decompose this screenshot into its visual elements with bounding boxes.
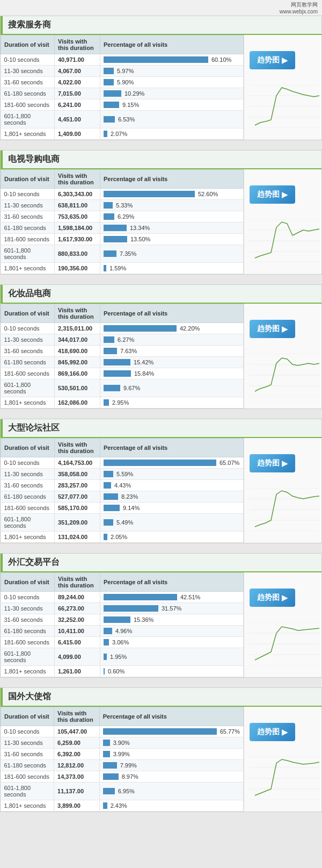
table-row: 1,801+ seconds1,261.000.60%	[1, 666, 244, 677]
pct-label-2-3: 15.42%	[134, 359, 153, 365]
bar-1-6	[104, 265, 106, 271]
data-table-3: Duration of visitVisits with this durati…	[1, 438, 244, 543]
visits-cell-4-3: 10,411.00	[55, 626, 100, 637]
pct-cell-4-4: 3.06%	[100, 637, 244, 648]
col-header-4-1: Visits with this duration	[55, 573, 100, 592]
pct-label-1-0: 52.60%	[198, 191, 218, 197]
pct-label-2-6: 2.95%	[112, 399, 129, 406]
visits-cell-4-2: 32,252.00	[55, 614, 100, 626]
duration-cell-1-4: 181-600 seconds	[1, 234, 55, 245]
pct-cell-2-6: 2.95%	[100, 397, 244, 408]
duration-cell-0-6: 1,801+ seconds	[1, 128, 55, 140]
pct-label-0-1: 5.97%	[117, 68, 134, 74]
pct-cell-0-0: 60.10%	[100, 54, 244, 66]
pct-cell-0-5: 6.53%	[100, 111, 244, 128]
bar-2-0	[104, 325, 177, 332]
table-area-4: Duration of visitVisits with this durati…	[1, 572, 244, 677]
pct-cell-1-3: 13.34%	[100, 223, 244, 234]
bar-2-6	[104, 399, 109, 406]
trend-chart-5	[250, 757, 319, 800]
watermark: 网页教学网 www.webjx.com	[0, 0, 322, 16]
visits-cell-1-6: 190,356.00	[55, 263, 100, 274]
table-row: 601-1,800 seconds530,501.009.67%	[1, 379, 244, 397]
section-body-5: Duration of visitVisits with this durati…	[1, 707, 321, 812]
side-area-0: 趋势图	[244, 35, 321, 140]
table-row: 61-180 seconds845,992.0015.42%	[1, 357, 244, 368]
col-header-3-2: Percentage of all visits	[100, 439, 244, 457]
visits-cell-1-1: 638,811.00	[55, 200, 100, 211]
table-row: 11-30 seconds66,273.0031.57%	[1, 603, 244, 614]
pct-cell-2-4: 15.84%	[100, 368, 244, 379]
bar-2-2	[104, 348, 117, 354]
visits-cell-1-2: 753,635.00	[55, 211, 100, 223]
visits-cell-1-3: 1,598,184.00	[55, 223, 100, 234]
pct-cell-3-5: 5.49%	[100, 514, 244, 532]
duration-cell-4-3: 61-180 seconds	[1, 626, 55, 637]
visits-cell-1-4: 1,617,930.00	[55, 234, 100, 245]
table-row: 11-30 seconds344,017.006.27%	[1, 334, 244, 346]
visits-cell-4-6: 1,261.00	[55, 666, 100, 677]
trend-chart-3	[250, 488, 319, 531]
bar-5-2	[103, 751, 110, 757]
bar-4-0	[104, 594, 177, 600]
table-row: 601-1,800 seconds4,451.006.53%	[1, 111, 244, 128]
col-header-4-0: Duration of visit	[1, 573, 55, 592]
pct-label-5-4: 8.97%	[122, 773, 138, 780]
trend-button-0[interactable]: 趋势图	[250, 51, 295, 69]
table-row: 31-60 seconds4,022.005.90%	[1, 77, 244, 88]
pct-label-1-5: 7.35%	[120, 250, 136, 257]
duration-cell-0-4: 181-600 seconds	[1, 99, 55, 111]
table-row: 61-180 seconds12,812.007.99%	[1, 760, 244, 771]
pct-label-1-1: 5.33%	[116, 202, 133, 209]
pct-label-5-1: 3.90%	[113, 740, 130, 746]
duration-cell-0-5: 601-1,800 seconds	[1, 111, 55, 128]
pct-cell-5-1: 3.90%	[99, 737, 243, 749]
table-row: 0-10 seconds6,303,343.0052.60%	[1, 189, 244, 200]
pct-cell-5-4: 8.97%	[99, 771, 243, 783]
bar-1-2	[104, 213, 114, 220]
duration-cell-3-1: 11-30 seconds	[1, 469, 55, 480]
table-row: 0-10 seconds40,971.0060.10%	[1, 54, 244, 66]
col-header-3-1: Visits with this duration	[55, 439, 100, 457]
table-row: 1,801+ seconds162,086.002.95%	[1, 397, 244, 408]
bar-5-6	[103, 802, 107, 809]
visits-cell-3-1: 358,058.00	[55, 469, 100, 480]
pct-cell-2-1: 6.27%	[100, 334, 244, 346]
pct-label-2-0: 42.20%	[180, 325, 200, 332]
visits-cell-0-6: 1,409.00	[55, 128, 100, 140]
trend-button-4[interactable]: 趋势图	[250, 589, 295, 607]
table-row: 181-600 seconds585,170.009.14%	[1, 503, 244, 514]
trend-button-3[interactable]: 趋势图	[250, 454, 295, 472]
pct-cell-0-6: 2.07%	[100, 128, 244, 140]
section-body-1: Duration of visitVisits with this durati…	[1, 169, 321, 274]
pct-label-0-3: 10.29%	[125, 90, 144, 97]
pct-label-3-5: 5.49%	[116, 519, 133, 526]
table-row: 0-10 seconds2,315,011.0042.20%	[1, 323, 244, 334]
visits-cell-2-2: 418,690.00	[55, 346, 100, 357]
duration-cell-5-1: 11-30 seconds	[1, 737, 54, 749]
section-body-0: Duration of visitVisits with this durati…	[1, 35, 321, 140]
bar-0-4	[104, 102, 119, 108]
bar-1-3	[104, 225, 127, 231]
bar-2-5	[104, 385, 120, 391]
col-header-2-0: Duration of visit	[1, 304, 55, 323]
trend-chart-0	[250, 85, 319, 128]
visits-cell-1-5: 880,833.00	[55, 245, 100, 263]
trend-button-5[interactable]: 趋势图	[250, 723, 295, 741]
pct-cell-0-4: 9.15%	[100, 99, 244, 111]
table-area-2: Duration of visitVisits with this durati…	[1, 304, 244, 408]
data-table-1: Duration of visitVisits with this durati…	[1, 169, 244, 274]
duration-cell-3-4: 181-600 seconds	[1, 503, 55, 514]
pct-cell-1-6: 1.59%	[100, 263, 244, 274]
trend-button-1[interactable]: 趋势图	[250, 185, 295, 204]
table-row: 1,801+ seconds131,024.002.05%	[1, 532, 244, 543]
section-body-3: Duration of visitVisits with this durati…	[1, 438, 321, 543]
duration-cell-1-0: 0-10 seconds	[1, 189, 55, 200]
table-row: 0-10 seconds105,447.0065.77%	[1, 726, 244, 737]
section-section5: 外汇交易平台Duration of visitVisits with this …	[0, 553, 322, 678]
duration-cell-2-3: 61-180 seconds	[1, 357, 55, 368]
visits-cell-3-3: 527,077.00	[55, 491, 100, 503]
table-row: 181-600 seconds6,241.009.15%	[1, 99, 244, 111]
visits-cell-0-4: 6,241.00	[55, 99, 100, 111]
trend-button-2[interactable]: 趋势图	[250, 320, 295, 338]
